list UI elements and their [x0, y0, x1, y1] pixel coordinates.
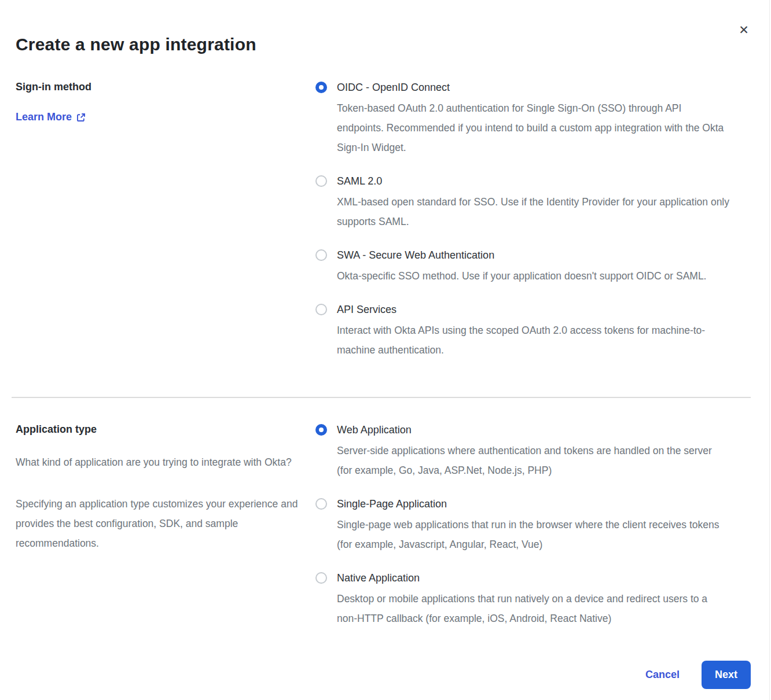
- dialog-footer: Cancel Next: [16, 661, 751, 689]
- signin-option[interactable]: SAML 2.0 XML-based open standard for SSO…: [315, 175, 729, 231]
- create-app-integration-dialog: ✕ Create a new app integration Sign-in m…: [0, 0, 771, 689]
- application-type-note: Specifying an application type customize…: [16, 494, 304, 553]
- learn-more-label: Learn More: [16, 111, 72, 123]
- sign-in-method-options: OIDC - OpenID Connect Token-based OAuth …: [315, 81, 729, 360]
- radio-selected-icon[interactable]: [315, 424, 327, 436]
- next-button[interactable]: Next: [702, 661, 751, 689]
- radio-option-description: Okta-specific SSO method. Use if your ap…: [337, 266, 706, 286]
- apptype-option[interactable]: Native Application Desktop or mobile app…: [315, 572, 729, 628]
- close-icon[interactable]: ✕: [736, 22, 751, 37]
- external-link-icon: [76, 113, 86, 122]
- radio-option-body: Web Application Server-side applications…: [337, 423, 729, 480]
- radio-unselected-icon[interactable]: [315, 249, 327, 261]
- radio-option-label[interactable]: Single-Page Application: [337, 498, 729, 510]
- application-type-label: Application type: [16, 423, 304, 436]
- application-type-intro: What kind of application are you trying …: [16, 452, 304, 472]
- radio-option-body: SAML 2.0 XML-based open standard for SSO…: [337, 175, 729, 231]
- radio-option-label[interactable]: API Services: [337, 303, 729, 316]
- apptype-option[interactable]: Web Application Server-side applications…: [315, 423, 729, 480]
- application-type-section: Application type What kind of applicatio…: [16, 423, 751, 628]
- signin-option[interactable]: API Services Interact with Okta APIs usi…: [315, 303, 729, 360]
- radio-option-body: Native Application Desktop or mobile app…: [337, 572, 729, 628]
- radio-unselected-icon[interactable]: [315, 304, 327, 315]
- signin-option[interactable]: SWA - Secure Web Authentication Okta-spe…: [315, 249, 729, 286]
- radio-option-description: Single-page web applications that run in…: [337, 515, 729, 554]
- radio-option-description: Server-side applications where authentic…: [337, 441, 729, 480]
- radio-option-description: Token-based OAuth 2.0 authentication for…: [337, 98, 729, 157]
- application-type-options: Web Application Server-side applications…: [315, 423, 729, 628]
- radio-option-body: SWA - Secure Web Authentication Okta-spe…: [337, 249, 706, 286]
- radio-option-body: API Services Interact with Okta APIs usi…: [337, 303, 729, 360]
- radio-unselected-icon[interactable]: [315, 498, 327, 510]
- radio-option-label[interactable]: Web Application: [337, 423, 729, 436]
- radio-option-label[interactable]: OIDC - OpenID Connect: [337, 81, 729, 94]
- radio-selected-icon[interactable]: [315, 82, 327, 93]
- dialog-title: Create a new app integration: [16, 0, 751, 54]
- radio-option-label[interactable]: SWA - Secure Web Authentication: [337, 249, 706, 261]
- radio-unselected-icon[interactable]: [315, 572, 327, 584]
- radio-option-body: OIDC - OpenID Connect Token-based OAuth …: [337, 81, 729, 157]
- radio-option-body: Single-Page Application Single-page web …: [337, 498, 729, 554]
- sign-in-method-label: Sign-in method: [16, 81, 304, 93]
- sign-in-method-section: Sign-in method Learn More OIDC - OpenID …: [16, 81, 751, 360]
- radio-option-description: Desktop or mobile applications that run …: [337, 589, 729, 628]
- radio-option-label[interactable]: SAML 2.0: [337, 175, 729, 187]
- radio-option-description: XML-based open standard for SSO. Use if …: [337, 192, 729, 231]
- section-divider: [12, 397, 751, 398]
- radio-option-description: Interact with Okta APIs using the scoped…: [337, 320, 729, 360]
- apptype-option[interactable]: Single-Page Application Single-page web …: [315, 498, 729, 554]
- learn-more-link[interactable]: Learn More: [16, 111, 86, 123]
- radio-unselected-icon[interactable]: [315, 175, 327, 187]
- signin-option[interactable]: OIDC - OpenID Connect Token-based OAuth …: [315, 81, 729, 157]
- cancel-button[interactable]: Cancel: [645, 669, 680, 681]
- radio-option-label[interactable]: Native Application: [337, 572, 729, 584]
